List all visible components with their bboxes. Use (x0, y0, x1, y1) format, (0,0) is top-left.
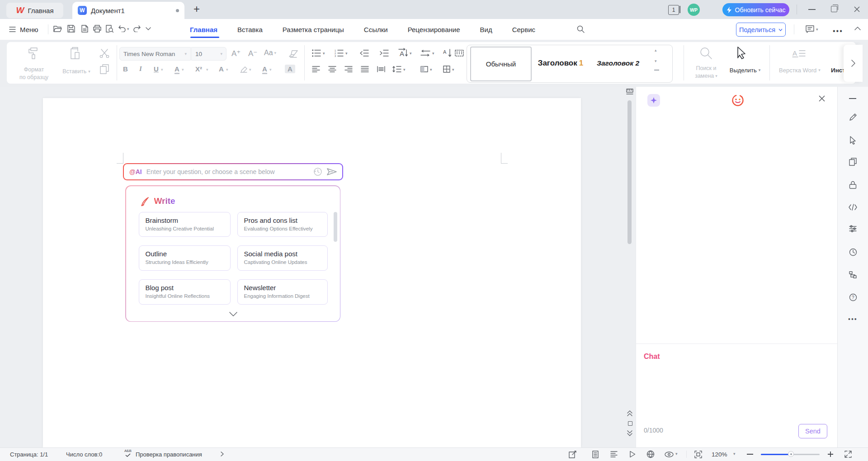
tab-page-layout[interactable]: Разметка страницы (283, 26, 344, 33)
sidebar-collapse-icon[interactable] (849, 98, 856, 99)
sidebar-lock-icon[interactable] (849, 181, 857, 189)
scene-card-outline[interactable]: Outline Structuring Ideas Efficiently (139, 245, 231, 271)
ruler-toggle-icon[interactable] (626, 89, 633, 95)
align-center-icon[interactable] (328, 66, 336, 72)
superscript-dropdown-icon[interactable]: ▾ (206, 68, 208, 72)
sidebar-structure-icon[interactable] (849, 271, 857, 278)
spellcheck-expand-icon[interactable] (221, 452, 224, 456)
numbered-list-dropdown-icon[interactable]: ▾ (345, 52, 348, 56)
unsaved-dot-icon[interactable] (176, 9, 179, 12)
superscript-button[interactable]: X² (195, 65, 202, 73)
sidebar-select-icon[interactable] (849, 136, 857, 145)
increase-indent-icon[interactable] (380, 49, 389, 57)
line-spacing-icon[interactable] (392, 66, 401, 72)
upgrade-button[interactable]: Обновить сейчас (722, 3, 789, 16)
previous-page-icon[interactable] (627, 410, 632, 416)
minimize-button[interactable] (808, 9, 816, 10)
shading-dropdown-icon[interactable]: ▾ (430, 68, 432, 72)
highlight-icon[interactable] (240, 66, 248, 73)
scene-card-brainstorm[interactable]: Brainstorm Unleashing Creative Potential (139, 212, 231, 237)
scene-card-pros-cons[interactable]: Pros and cons list Evaluating Options Ef… (237, 212, 328, 237)
text-effects-button[interactable]: A (219, 65, 224, 73)
browse-object-icon[interactable] (628, 421, 632, 426)
char-shading-button[interactable]: A (285, 65, 295, 73)
clear-format-icon[interactable] (288, 50, 298, 58)
document-tab[interactable]: W Документ1 (72, 2, 184, 19)
sidebar-code-icon[interactable] (849, 204, 857, 211)
send-prompt-icon[interactable] (327, 168, 337, 175)
next-page-icon[interactable] (627, 430, 632, 436)
ink-edit-icon[interactable] (569, 451, 576, 458)
fullscreen-icon[interactable] (844, 451, 852, 458)
styles-expand-icon[interactable] (654, 70, 659, 71)
window-manage-badge[interactable]: 1 (668, 5, 679, 15)
page-view-icon[interactable] (592, 451, 599, 458)
align-justify-icon[interactable] (361, 66, 369, 72)
decrease-font-button[interactable]: A⁻ (248, 49, 257, 58)
word-layout-button[interactable]: Верстка Word▾ (776, 67, 824, 74)
ribbon-expand-button[interactable] (844, 45, 863, 82)
read-mode-dropdown-icon[interactable]: ▾ (675, 452, 678, 456)
borders-icon[interactable] (443, 66, 450, 73)
tab-view[interactable]: Вид (480, 26, 492, 33)
bullet-list-icon[interactable] (312, 49, 321, 57)
document-scrollbar[interactable] (627, 100, 632, 244)
increase-font-button[interactable]: A⁺ (231, 49, 241, 58)
web-view-icon[interactable] (646, 450, 655, 458)
tab-references[interactable]: Ссылки (364, 26, 388, 33)
outline-view-icon[interactable] (610, 451, 618, 457)
align-left-icon[interactable] (312, 66, 320, 72)
status-spellcheck[interactable]: Проверка правописания (136, 451, 202, 458)
shading-icon[interactable] (420, 66, 428, 72)
sidebar-settings-icon[interactable] (849, 225, 857, 232)
sidebar-pen-icon[interactable] (849, 113, 857, 121)
scene-card-blog-post[interactable]: Blog post Insightful Online Reflections (139, 279, 231, 305)
new-tab-button[interactable]: + (193, 3, 200, 15)
italic-button[interactable]: I (139, 65, 142, 73)
zoom-in-button[interactable] (827, 451, 834, 457)
write-panel-scrollbar[interactable] (334, 212, 337, 242)
print-icon[interactable] (93, 25, 101, 33)
undo-icon[interactable] (118, 25, 126, 32)
sort-icon[interactable]: А (443, 48, 452, 58)
scene-card-newsletter[interactable]: Newsletter Engaging Information Digest (237, 279, 328, 305)
wrap-icon[interactable] (420, 50, 430, 56)
styles-scroll-up-icon[interactable]: ▴ (655, 48, 657, 52)
font-color-dropdown-icon[interactable]: ▾ (269, 68, 272, 72)
fit-page-icon[interactable] (694, 451, 702, 458)
share-button[interactable]: Поделиться (736, 23, 786, 37)
ai-assistant-icon[interactable] (647, 94, 660, 107)
numbered-list-icon[interactable]: 123 (335, 49, 344, 57)
zoom-slider-thumb[interactable] (788, 451, 794, 457)
history-icon[interactable] (313, 167, 322, 176)
highlight-dropdown-icon[interactable]: ▾ (249, 68, 251, 72)
save-icon[interactable] (67, 25, 75, 33)
ai-prompt-bar[interactable]: @AI Enter your question, or choose a sce… (123, 163, 343, 180)
more-quick-commands-icon[interactable] (146, 27, 151, 31)
bullet-list-dropdown-icon[interactable]: ▾ (323, 52, 325, 56)
comments-dropdown-icon[interactable]: ▾ (816, 28, 818, 32)
account-avatar[interactable]: WP (688, 4, 700, 16)
text-effects-dropdown-icon[interactable]: ▾ (226, 68, 228, 72)
wrap-dropdown-icon[interactable]: ▾ (432, 52, 434, 56)
sidebar-more-icon[interactable]: ••• (848, 315, 858, 323)
scene-card-social-media[interactable]: Social media post Captivating Online Upd… (237, 245, 328, 271)
font-name-select[interactable]: Times New Roman ▾ (119, 47, 191, 61)
select-button[interactable]: Выделить▾ (727, 67, 763, 74)
format-painter-button[interactable]: Формат по образцу (11, 66, 57, 81)
tab-home[interactable]: Главная (190, 26, 217, 33)
line-spacing-dropdown-icon[interactable]: ▾ (403, 68, 406, 72)
align-distribute-icon[interactable] (377, 66, 385, 72)
home-tab[interactable]: W Главная (6, 3, 63, 18)
font-size-select[interactable]: 10 ▾ (191, 47, 226, 61)
status-words[interactable]: Число слов:0 (66, 451, 102, 458)
ribbon-search-icon[interactable] (577, 25, 585, 33)
close-button[interactable] (854, 6, 860, 13)
more-menu-icon[interactable]: ••• (833, 27, 843, 35)
sidebar-help-icon[interactable]: ? (849, 293, 857, 301)
export-icon[interactable] (81, 25, 88, 33)
bold-button[interactable]: B (123, 65, 128, 73)
style-heading1[interactable]: Заголовок 1 (533, 47, 588, 80)
text-direction-icon[interactable]: A (398, 48, 408, 58)
read-mode-icon[interactable] (665, 452, 674, 457)
